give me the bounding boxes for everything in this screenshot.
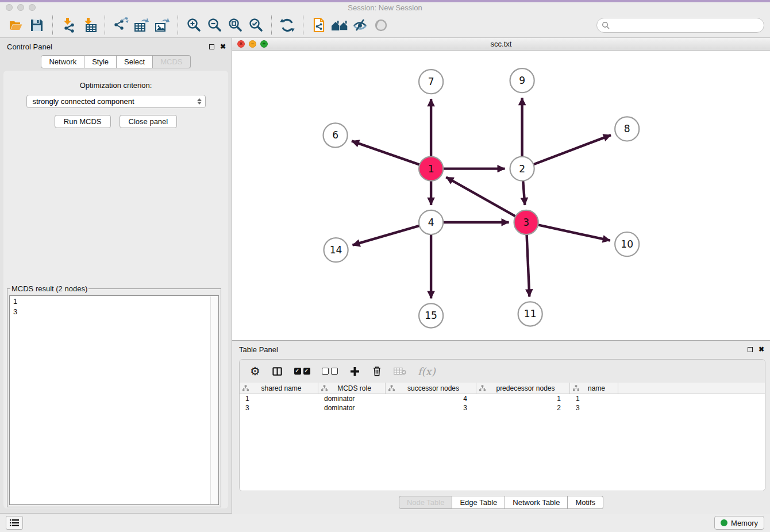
graph-edge-2-8[interactable] (533, 135, 611, 164)
select-all-columns-icon[interactable] (294, 368, 310, 375)
open-session-button[interactable] (6, 15, 26, 36)
zoom-out-button[interactable] (204, 15, 225, 36)
table-cell: dominator (318, 404, 386, 412)
graph-node-11[interactable]: 11 (518, 302, 542, 326)
tab-motifs[interactable]: Motifs (568, 496, 603, 509)
table-panel: Table Panel ✖ ⚙ (232, 341, 770, 514)
table-settings-icon[interactable]: ⚙ (250, 364, 260, 378)
graph-node-2[interactable]: 2 (510, 157, 534, 181)
graph-edge-1-6[interactable] (352, 141, 419, 165)
table-cell: 3 (386, 404, 476, 412)
graph-edge-4-14[interactable] (352, 226, 419, 245)
node-table-header: shared nameMCDS rolesuccessor nodesprede… (240, 383, 765, 394)
mcds-result-text[interactable]: 1 3 (9, 295, 219, 505)
table-cell: 4 (386, 395, 476, 403)
task-history-button[interactable] (6, 516, 23, 530)
table-panel-header: Table Panel ✖ (232, 341, 770, 356)
mcds-result-group: MCDS result (2 nodes) 1 3 (7, 284, 221, 507)
graph-edge-2-3[interactable] (523, 181, 525, 205)
network-graph[interactable]: 7968124314101511 (232, 51, 770, 340)
graph-node-10[interactable]: 10 (615, 232, 639, 256)
table-row[interactable]: 3dominator323 (240, 403, 765, 413)
column-header-MCDS-role[interactable]: MCDS role (318, 383, 386, 394)
control-panel-float-icon[interactable] (209, 44, 214, 49)
graph-node-4[interactable]: 4 (419, 210, 443, 234)
export-image-button[interactable] (152, 15, 172, 36)
delete-column-icon[interactable] (372, 365, 382, 377)
graph-node-8[interactable]: 8 (615, 117, 639, 141)
control-panel-tabs: NetworkStyleSelectMCDS (0, 53, 232, 70)
clone-network-icon (311, 17, 326, 33)
table-cell: 1 (240, 395, 318, 403)
network-canvas[interactable]: 7968124314101511 (232, 51, 770, 340)
apply-layout-button[interactable] (277, 15, 298, 36)
tab-style[interactable]: Style (84, 55, 117, 68)
search-box[interactable] (596, 18, 764, 33)
graph-node-15[interactable]: 15 (419, 304, 443, 328)
graph-edge-3-11[interactable] (527, 234, 530, 296)
graph-node-9[interactable]: 9 (510, 68, 534, 92)
optimization-criterion-select[interactable]: strongly connected component (26, 95, 206, 108)
export-table-button[interactable] (131, 15, 152, 36)
first-neighbors-button[interactable] (329, 15, 350, 36)
import-table-button[interactable] (79, 15, 99, 36)
tab-network[interactable]: Network (41, 55, 84, 68)
clone-network-button[interactable] (309, 15, 329, 36)
table-panel-title: Table Panel (239, 345, 278, 354)
export-network-button[interactable] (110, 15, 131, 36)
result-scrollbar[interactable] (210, 296, 218, 504)
tab-select[interactable]: Select (117, 55, 153, 68)
graph-node-1[interactable]: 1 (419, 157, 443, 181)
zoom-selected-button[interactable] (245, 15, 266, 36)
table-row[interactable]: 1dominator411 (240, 394, 765, 403)
control-panel-close-icon[interactable]: ✖ (220, 43, 226, 50)
search-input[interactable] (612, 21, 759, 29)
tab-network-table[interactable]: Network Table (505, 496, 568, 509)
memory-status-icon (721, 519, 727, 526)
network-maximize-button[interactable]: + (260, 40, 268, 48)
graph-node-label: 7 (428, 76, 434, 88)
graph-node-label: 2 (519, 163, 525, 175)
import-network-button[interactable] (58, 15, 79, 36)
column-header-name[interactable]: name (570, 383, 618, 394)
run-mcds-button[interactable]: Run MCDS (55, 115, 111, 128)
table-panel-float-icon[interactable] (748, 347, 753, 352)
deselect-all-columns-icon[interactable] (322, 368, 338, 375)
memory-button[interactable]: Memory (714, 516, 764, 530)
save-floppy-icon (30, 18, 44, 32)
network-close-button[interactable]: × (237, 40, 245, 48)
network-window-titlebar: × − + scc.txt (232, 38, 770, 51)
tab-node-table[interactable]: Node Table (399, 496, 453, 509)
select-stepper-icon (197, 98, 202, 105)
split-view-icon[interactable] (272, 366, 283, 377)
column-type-icon (242, 385, 249, 391)
tab-mcds[interactable]: MCDS (153, 55, 190, 68)
close-panel-button[interactable]: Close panel (120, 115, 178, 128)
zoom-in-button[interactable] (183, 15, 204, 36)
table-panel-close-icon[interactable]: ✖ (759, 346, 764, 353)
toolbar-separator (52, 16, 53, 35)
graph-node-6[interactable]: 6 (324, 124, 348, 148)
column-header-predecessor-nodes[interactable]: predecessor nodes (476, 383, 570, 394)
graph-node-14[interactable]: 14 (324, 238, 348, 262)
apply-visual-style-button[interactable] (350, 15, 371, 36)
mcds-result-title: MCDS result (2 nodes) (10, 284, 88, 293)
graph-edge-3-1[interactable] (446, 178, 515, 217)
zoom-fit-button[interactable] (225, 15, 245, 36)
column-header-shared-name[interactable]: shared name (240, 383, 318, 394)
save-session-button[interactable] (26, 15, 47, 36)
tab-edge-table[interactable]: Edge Table (452, 496, 505, 509)
network-minimize-button[interactable]: − (249, 40, 256, 48)
main-area: Control Panel ✖ NetworkStyleSelectMCDS O… (0, 38, 770, 513)
search-icon (602, 21, 610, 29)
graph-edge-3-10[interactable] (538, 225, 610, 241)
graph-node-3[interactable]: 3 (514, 210, 538, 234)
graph-node-label: 15 (425, 310, 437, 322)
list-icon (10, 519, 19, 527)
node-table-container: ⚙ f(x) (239, 359, 765, 491)
add-column-icon[interactable] (349, 366, 360, 377)
graph-node-7[interactable]: 7 (419, 70, 443, 94)
show-hide-graphics-button[interactable] (371, 15, 391, 36)
column-header-successor-nodes[interactable]: successor nodes (386, 383, 476, 394)
table-toolbar: ⚙ f(x) (240, 360, 765, 383)
